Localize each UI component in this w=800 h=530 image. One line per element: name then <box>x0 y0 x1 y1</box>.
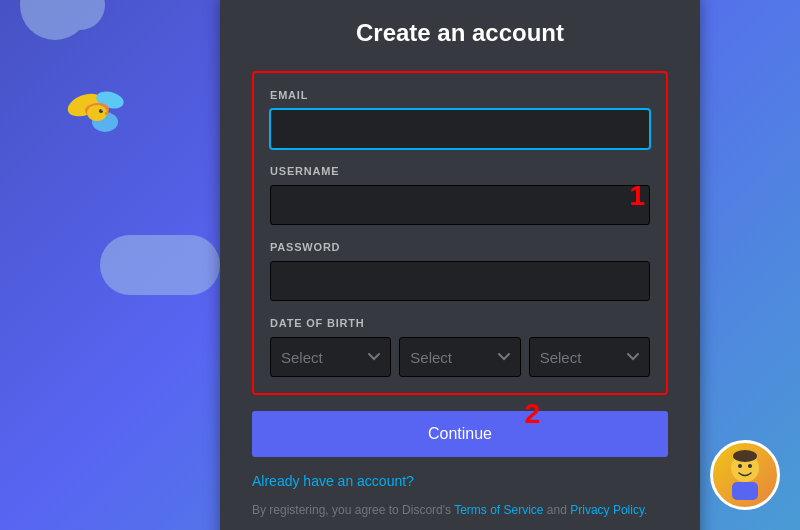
svg-point-3 <box>87 105 107 121</box>
continue-button-wrapper: Continue <box>252 411 668 465</box>
password-label: PASSWORD <box>270 241 650 253</box>
username-label: USERNAME <box>270 165 650 177</box>
avatar <box>710 440 780 510</box>
bird-decoration <box>65 85 130 139</box>
email-label: EMAIL <box>270 89 650 101</box>
cloud-decoration <box>100 235 220 295</box>
modal-title: Create an account <box>252 19 668 47</box>
dob-row: Select January February March April May … <box>270 337 650 377</box>
svg-point-5 <box>101 109 102 110</box>
svg-point-10 <box>748 464 752 468</box>
password-input[interactable] <box>270 261 650 301</box>
privacy-link[interactable]: Privacy Policy <box>570 503 644 517</box>
terms-and: and <box>544 503 571 517</box>
dob-year-select[interactable]: Select <box>529 337 650 377</box>
email-input[interactable] <box>270 109 650 149</box>
terms-prefix: By registering, you agree to Discord's <box>252 503 454 517</box>
terms-text: By registering, you agree to Discord's T… <box>252 501 668 519</box>
login-link[interactable]: Already have an account? <box>252 473 668 489</box>
svg-point-11 <box>733 450 757 462</box>
annotation-1: 1 <box>629 180 645 212</box>
form-area: EMAIL USERNAME PASSWORD DATE OF BIRTH Se… <box>252 71 668 395</box>
svg-point-9 <box>738 464 742 468</box>
continue-button[interactable]: Continue <box>252 411 668 457</box>
dob-label: DATE OF BIRTH <box>270 317 650 329</box>
dob-day-select[interactable]: Select <box>399 337 520 377</box>
dob-field-group: DATE OF BIRTH Select January February Ma… <box>270 317 650 377</box>
email-field-group: EMAIL <box>270 89 650 149</box>
tos-link[interactable]: Terms of Service <box>454 503 543 517</box>
username-field-group: USERNAME <box>270 165 650 225</box>
terms-suffix: . <box>644 503 647 517</box>
create-account-modal: Create an account EMAIL USERNAME PASSWOR… <box>220 0 700 530</box>
dob-month-select[interactable]: Select January February March April May … <box>270 337 391 377</box>
svg-marker-6 <box>105 112 111 115</box>
svg-rect-12 <box>732 482 758 500</box>
annotation-2: 2 <box>524 398 540 430</box>
username-input[interactable] <box>270 185 650 225</box>
password-field-group: PASSWORD <box>270 241 650 301</box>
